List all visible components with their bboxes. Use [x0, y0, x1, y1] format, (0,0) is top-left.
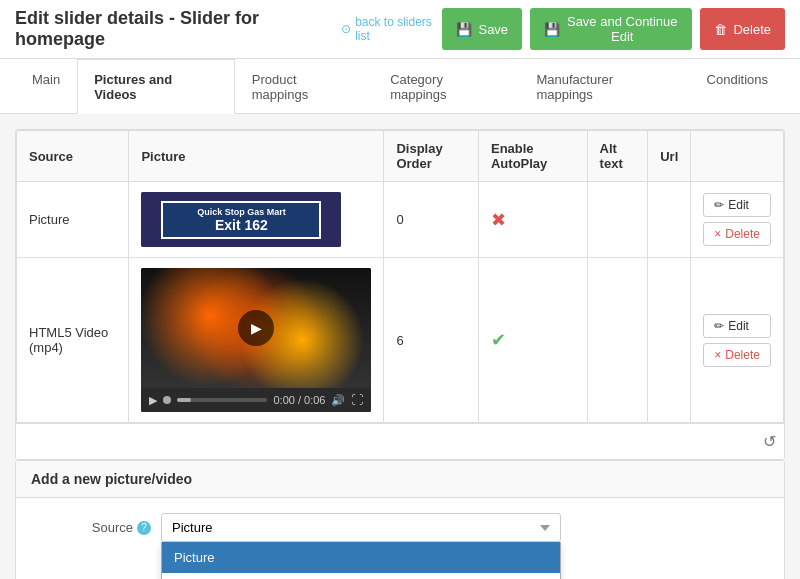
- delete-button-row2[interactable]: × Delete: [703, 343, 771, 367]
- fullscreen-icon[interactable]: ⛶: [351, 393, 363, 407]
- header-actions: 💾 Save 💾 Save and Continue Edit 🗑 Delete: [442, 8, 785, 50]
- edit-icon-2: ✏: [714, 319, 724, 333]
- back-link[interactable]: ⊙ back to sliders list: [341, 15, 442, 43]
- video-play-overlay[interactable]: ▶: [238, 310, 274, 346]
- table-wrapper: Source Picture Display Order Enable Auto…: [15, 129, 785, 460]
- row-action-buttons-video: ✏ Edit × Delete: [703, 314, 771, 367]
- lego-video-frame: ▶: [141, 268, 371, 388]
- tabs-bar: Main Pictures and Videos Product mapping…: [0, 59, 800, 114]
- table-row: Picture Quick Stop Gas Mart Exit 162: [17, 182, 784, 258]
- row-action-buttons: ✏ Edit × Delete: [703, 193, 771, 246]
- autoplay-enabled-icon: ✔: [491, 330, 506, 350]
- content-area: Source Picture Display Order Enable Auto…: [0, 114, 800, 579]
- gas-mart-image: Quick Stop Gas Mart Exit 162: [141, 192, 341, 247]
- save-icon: 💾: [456, 22, 472, 37]
- cell-source-video: HTML5 Video (mp4): [17, 258, 129, 423]
- refresh-button[interactable]: ↺: [763, 432, 776, 451]
- picture-preview: Quick Stop Gas Mart Exit 162: [141, 192, 341, 247]
- autoplay-disabled-icon: ✖: [491, 210, 506, 230]
- dropdown-item-picture-url[interactable]: Picture Url: [162, 573, 560, 579]
- save-continue-icon: 💾: [544, 22, 560, 37]
- source-help-icon[interactable]: ?: [137, 521, 151, 535]
- add-section-body: Source ? Picture Picture Url Embed Youtu…: [16, 498, 784, 579]
- table-header-row: Source Picture Display Order Enable Auto…: [17, 131, 784, 182]
- video-controls: ▶ 0:00 / 0:06 🔊 ⛶: [141, 388, 371, 412]
- cell-autoplay: ✖: [478, 182, 587, 258]
- col-picture: Picture: [129, 131, 384, 182]
- cell-row-actions: ✏ Edit × Delete: [691, 182, 784, 258]
- dropdown-item-picture[interactable]: Picture: [162, 542, 560, 573]
- delete-row-icon: ×: [714, 227, 721, 241]
- cell-picture-video: ▶ ▶ 0:00 / 0:06: [129, 258, 384, 423]
- tab-conditions[interactable]: Conditions: [690, 59, 785, 114]
- col-display-order: Display Order: [384, 131, 479, 182]
- cell-url: [648, 182, 691, 258]
- cell-url-video: [648, 258, 691, 423]
- source-label: Source ?: [31, 520, 151, 535]
- progress-fill: [177, 398, 191, 402]
- seek-dot: [163, 396, 171, 404]
- tab-main[interactable]: Main: [15, 59, 77, 114]
- delete-button[interactable]: 🗑 Delete: [700, 8, 785, 50]
- gas-mart-sign: Quick Stop Gas Mart Exit 162: [161, 201, 321, 239]
- volume-icon[interactable]: 🔊: [331, 394, 345, 407]
- source-row: Source ? Picture Picture Url Embed Youtu…: [31, 513, 769, 542]
- delete-icon: 🗑: [714, 22, 727, 37]
- col-source: Source: [17, 131, 129, 182]
- tab-pictures[interactable]: Pictures and Videos: [77, 59, 235, 114]
- delete-button-row1[interactable]: × Delete: [703, 222, 771, 246]
- title-area: Edit slider details - Slider for homepag…: [15, 8, 442, 50]
- page-header: Edit slider details - Slider for homepag…: [0, 0, 800, 59]
- cell-picture: Quick Stop Gas Mart Exit 162: [129, 182, 384, 258]
- col-actions: [691, 131, 784, 182]
- delete-row-icon-2: ×: [714, 348, 721, 362]
- source-field: Picture Picture Url Embed Youtube HTML5 …: [161, 513, 561, 542]
- edit-button-row1[interactable]: ✏ Edit: [703, 193, 771, 217]
- col-alt-text: Alt text: [587, 131, 648, 182]
- video-preview: ▶ ▶ 0:00 / 0:06: [141, 268, 371, 412]
- cell-row-actions-video: ✏ Edit × Delete: [691, 258, 784, 423]
- col-url: Url: [648, 131, 691, 182]
- source-select[interactable]: Picture Picture Url Embed Youtube HTML5 …: [161, 513, 561, 542]
- add-section: Add a new picture/video Source ? Picture…: [15, 460, 785, 579]
- cell-autoplay-video: ✔: [478, 258, 587, 423]
- source-dropdown: Picture Picture Url Embed Youtube HTML5 …: [161, 542, 561, 579]
- col-autoplay: Enable AutoPlay: [478, 131, 587, 182]
- cell-alt-text-video: [587, 258, 648, 423]
- tab-product[interactable]: Product mappings: [235, 59, 373, 114]
- cell-display-order-video: 6: [384, 258, 479, 423]
- page-title: Edit slider details - Slider for homepag…: [15, 8, 331, 50]
- edit-icon: ✏: [714, 198, 724, 212]
- table-row: HTML5 Video (mp4) ▶ ▶: [17, 258, 784, 423]
- cell-display-order: 0: [384, 182, 479, 258]
- save-button[interactable]: 💾 Save: [442, 8, 522, 50]
- back-icon: ⊙: [341, 22, 351, 36]
- add-section-header: Add a new picture/video: [16, 461, 784, 498]
- progress-bar[interactable]: [177, 398, 267, 402]
- play-icon[interactable]: ▶: [149, 394, 157, 407]
- tab-category[interactable]: Category mappings: [373, 59, 519, 114]
- pictures-table: Source Picture Display Order Enable Auto…: [16, 130, 784, 423]
- save-continue-button[interactable]: 💾 Save and Continue Edit: [530, 8, 692, 50]
- page-wrapper: Edit slider details - Slider for homepag…: [0, 0, 800, 579]
- cell-alt-text: [587, 182, 648, 258]
- edit-button-row2[interactable]: ✏ Edit: [703, 314, 771, 338]
- time-display: 0:00 / 0:06: [273, 394, 325, 406]
- cell-source: Picture: [17, 182, 129, 258]
- tab-manufacturer[interactable]: Manufacturer mappings: [519, 59, 689, 114]
- video-scene: ▶: [141, 268, 371, 388]
- table-footer: ↺: [16, 423, 784, 459]
